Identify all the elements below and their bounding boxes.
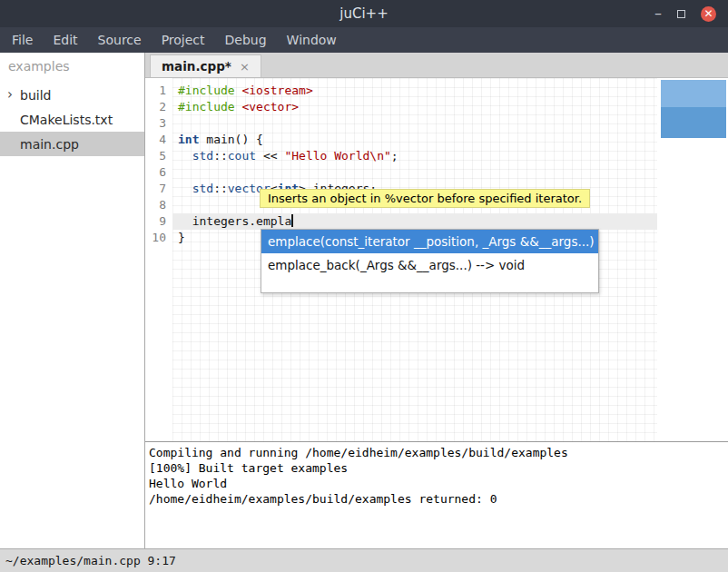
scrollbar-overview-map[interactable] bbox=[661, 80, 726, 138]
code-segment: #include bbox=[178, 84, 235, 97]
terminal-line: [100%] Built target examples bbox=[149, 460, 728, 476]
menu-item-window[interactable]: Window bbox=[277, 27, 347, 53]
tree-item-label: main.cpp bbox=[20, 137, 79, 152]
code-segment: #include bbox=[178, 100, 235, 113]
tree-item-cmakelists-txt[interactable]: CMakeLists.txt bbox=[0, 107, 144, 132]
menu-item-project[interactable]: Project bbox=[152, 27, 215, 53]
terminal-line: Compiling and running /home/eidheim/exam… bbox=[149, 445, 728, 460]
editor[interactable]: 12345678910 #include <iostream>#include … bbox=[145, 78, 728, 441]
completion-doc-tooltip: Inserts an object in %vector before spec… bbox=[260, 189, 590, 208]
tree-item-main-cpp[interactable]: main.cpp bbox=[0, 132, 144, 156]
completion-popup: emplace(const_iterator __position, _Args… bbox=[261, 229, 599, 293]
tree-item-build[interactable]: ›build bbox=[0, 83, 144, 107]
app-window: juCi++ – ✕ FileEditSourceProjectDebugWin… bbox=[0, 0, 728, 572]
code-line[interactable]: std::cout << "Hello World\n"; bbox=[172, 148, 728, 164]
line-number: 10 bbox=[145, 230, 172, 246]
menu-item-source[interactable]: Source bbox=[88, 27, 152, 53]
terminal-line: Hello World bbox=[149, 476, 728, 491]
close-button[interactable]: ✕ bbox=[701, 6, 716, 22]
title-bar: juCi++ – ✕ bbox=[0, 0, 728, 27]
code-segment bbox=[178, 149, 192, 163]
menu-item-file[interactable]: File bbox=[2, 27, 43, 53]
chevron-right-icon: › bbox=[7, 86, 13, 103]
code-segment: cout bbox=[228, 149, 256, 163]
menu-bar: FileEditSourceProjectDebugWindow bbox=[0, 27, 728, 53]
terminal-panel: Compiling and running /home/eidheim/exam… bbox=[145, 441, 728, 548]
code-segment: std bbox=[192, 182, 213, 195]
file-tree: ›buildCMakeLists.txtmain.cpp bbox=[0, 83, 144, 156]
editor-pane: main.cpp*× 12345678910 #include <iostrea… bbox=[145, 53, 728, 548]
window-title: juCi++ bbox=[0, 5, 728, 22]
line-number: 8 bbox=[145, 197, 172, 213]
line-number: 7 bbox=[145, 181, 172, 197]
sidebar: examples ›buildCMakeLists.txtmain.cpp bbox=[0, 53, 145, 548]
code-segment: main() { bbox=[199, 133, 262, 146]
code-line[interactable]: #include <vector> bbox=[172, 99, 728, 115]
completion-item[interactable]: emplace(const_iterator __position, _Args… bbox=[261, 230, 598, 253]
restore-button[interactable] bbox=[677, 10, 685, 18]
code-line[interactable]: #include <iostream> bbox=[172, 83, 728, 99]
tab-bar: main.cpp*× bbox=[145, 53, 728, 78]
line-number: 6 bbox=[145, 164, 172, 181]
line-number: 2 bbox=[145, 99, 172, 115]
status-bar: ~/examples/main.cpp 9:17 bbox=[0, 548, 728, 572]
main-area: examples ›buildCMakeLists.txtmain.cpp ma… bbox=[0, 53, 728, 548]
line-number: 4 bbox=[145, 132, 172, 148]
line-number: 5 bbox=[145, 148, 172, 164]
line-number: 3 bbox=[145, 115, 172, 132]
code-segment: <vector> bbox=[241, 100, 299, 113]
code-segment: int bbox=[178, 133, 199, 146]
code-segment: "Hello World\n" bbox=[284, 149, 390, 163]
line-number: 1 bbox=[145, 83, 172, 99]
menu-item-edit[interactable]: Edit bbox=[43, 27, 87, 53]
tab-close-icon[interactable]: × bbox=[240, 60, 250, 74]
code-line[interactable] bbox=[172, 164, 728, 181]
text-cursor-caret bbox=[291, 214, 293, 227]
line-number: 9 bbox=[145, 213, 172, 230]
terminal-line: /home/eidheim/examples/build/examples re… bbox=[149, 491, 728, 507]
line-number-gutter: 12345678910 bbox=[145, 78, 172, 441]
completion-item[interactable]: emplace_back(_Args &&__args...) --> void bbox=[261, 253, 598, 277]
status-text: ~/examples/main.cpp 9:17 bbox=[5, 554, 176, 567]
code-segment: <iostream> bbox=[241, 84, 312, 97]
code-segment: std bbox=[192, 149, 213, 163]
tree-item-label: CMakeLists.txt bbox=[20, 113, 113, 127]
menu-item-debug[interactable]: Debug bbox=[215, 27, 277, 53]
code-segment: integers.empla bbox=[178, 214, 291, 228]
tab-label: main.cpp* bbox=[162, 59, 231, 74]
code-line[interactable]: integers.empla bbox=[172, 213, 728, 230]
code-segment: ; bbox=[391, 149, 398, 163]
code-segment: :: bbox=[213, 149, 228, 163]
code-line[interactable] bbox=[172, 115, 728, 132]
tree-item-label: build bbox=[20, 88, 51, 103]
window-controls: – ✕ bbox=[654, 2, 728, 25]
tab-main-cpp[interactable]: main.cpp*× bbox=[150, 54, 261, 77]
code-segment bbox=[178, 182, 192, 195]
minimize-button[interactable]: – bbox=[654, 2, 662, 25]
sidebar-header: examples bbox=[0, 53, 144, 83]
code-segment: << bbox=[256, 149, 284, 163]
code-line[interactable]: int main() { bbox=[172, 132, 728, 148]
code-segment: } bbox=[178, 231, 185, 244]
code-segment: :: bbox=[213, 182, 228, 195]
